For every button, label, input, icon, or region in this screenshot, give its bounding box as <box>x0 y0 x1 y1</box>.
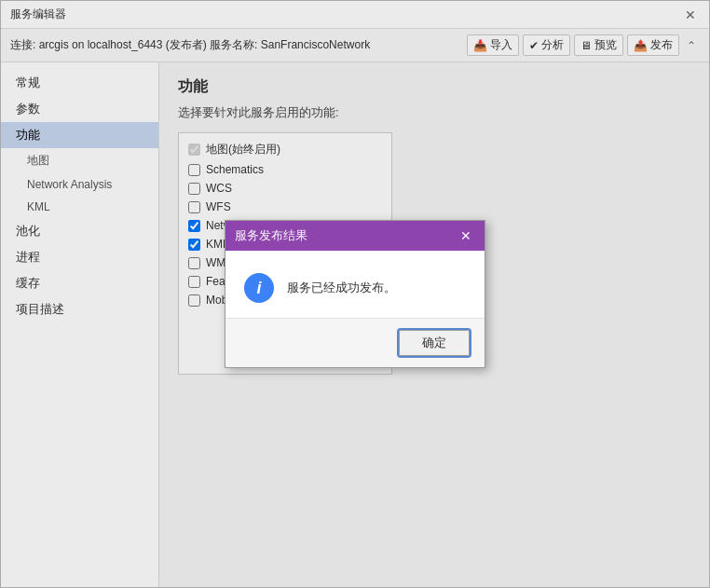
dialog-body: i 服务已经成功发布。 <box>225 251 485 318</box>
dialog-title: 服务发布结果 <box>235 227 307 244</box>
dialog-message: 服务已经成功发布。 <box>287 280 396 296</box>
main-window: 服务编辑器 ✕ 连接: arcgis on localhost_6443 (发布… <box>0 0 710 588</box>
dialog-title-bar: 服务发布结果 ✕ <box>225 221 485 251</box>
publish-result-dialog: 服务发布结果 ✕ i 服务已经成功发布。 确定 <box>225 220 485 368</box>
ok-button[interactable]: 确定 <box>399 330 470 356</box>
dialog-overlay: 服务发布结果 ✕ i 服务已经成功发布。 确定 <box>1 1 709 587</box>
info-icon-label: i <box>256 279 261 298</box>
dialog-close-button[interactable]: ✕ <box>457 226 475 245</box>
info-icon: i <box>244 273 274 303</box>
dialog-footer: 确定 <box>225 318 485 367</box>
